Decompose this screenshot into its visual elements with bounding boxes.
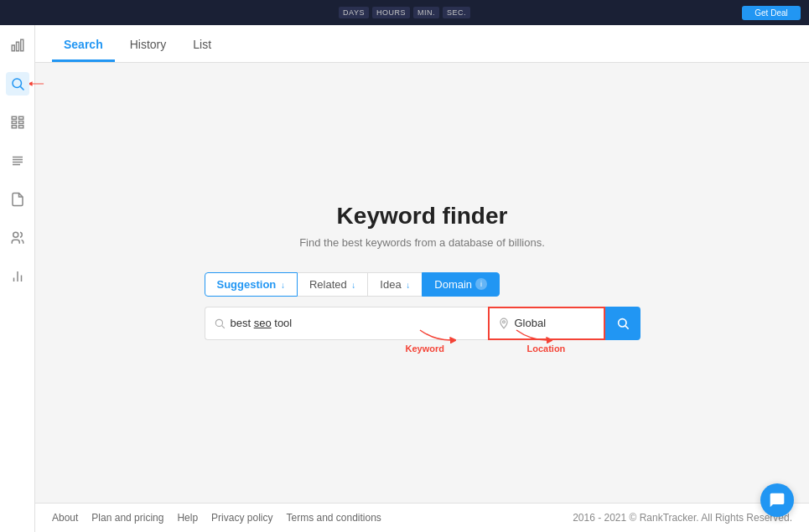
keyword-label: Keyword: [406, 343, 444, 354]
footer-link-terms[interactable]: Terms and conditions: [286, 512, 381, 524]
svg-rect-8: [12, 121, 16, 124]
tabs-area: Search History List: [35, 25, 809, 63]
svg-point-20: [215, 319, 222, 326]
svg-rect-11: [18, 126, 23, 128]
get-deal-button[interactable]: Get Deal: [742, 6, 801, 20]
filter-tab-suggestion[interactable]: Suggestion ↓: [205, 272, 298, 297]
svg-point-23: [618, 318, 625, 326]
search-magnifier-icon: [214, 318, 226, 329]
footer-link-help[interactable]: Help: [177, 512, 198, 524]
page-subtitle: Find the best keywords from a database o…: [299, 236, 545, 249]
svg-point-22: [502, 320, 505, 323]
timer-sec: SEC.: [443, 7, 470, 18]
timer-hours: HOURS: [372, 7, 410, 18]
keyword-arrow-icon: [418, 328, 456, 343]
main-layout: Search History List Keyword finder Find …: [0, 25, 809, 532]
svg-rect-0: [12, 45, 14, 51]
svg-rect-6: [12, 116, 16, 119]
timer-days: DAYS: [339, 7, 369, 18]
tab-list[interactable]: List: [181, 29, 223, 62]
location-arrow-icon: [515, 328, 552, 343]
search-labels: Keyword Location: [205, 343, 640, 364]
location-pin-icon: [498, 318, 510, 329]
domain-info-icon: i: [475, 278, 487, 290]
filter-tab-idea[interactable]: Idea ↓: [367, 272, 423, 297]
footer-link-privacy[interactable]: Privacy policy: [211, 512, 272, 524]
svg-point-3: [13, 79, 22, 88]
chat-button[interactable]: [760, 483, 794, 517]
svg-rect-9: [18, 121, 23, 124]
footer-copyright: 2016 - 2021 © RankTracker. All Rights Re…: [573, 512, 792, 524]
top-banner: DAYS HOURS MIN. SEC. Get Deal: [0, 0, 809, 25]
content-area: Search History List Keyword finder Find …: [35, 25, 809, 532]
svg-rect-2: [20, 39, 23, 51]
svg-rect-1: [16, 42, 18, 51]
filter-tabs: Suggestion ↓ Related ↓ Idea ↓ Domain i: [205, 272, 640, 297]
footer-links: About Plan and pricing Help Privacy poli…: [52, 512, 381, 524]
search-button[interactable]: [605, 307, 640, 340]
keyword-display: best seo tool: [231, 317, 293, 329]
search-button-icon: [616, 317, 630, 330]
main-content: Keyword finder Find the best keywords fr…: [35, 63, 809, 503]
footer-link-pricing[interactable]: Plan and pricing: [91, 512, 163, 524]
location-label: Location: [527, 343, 566, 354]
filter-tab-domain[interactable]: Domain i: [422, 272, 500, 297]
tab-search[interactable]: Search: [52, 29, 115, 62]
timer-min: MIN.: [413, 7, 439, 18]
sidebar-item-grid[interactable]: [6, 111, 29, 134]
svg-rect-10: [12, 126, 16, 128]
page-title: Keyword finder: [337, 203, 508, 230]
svg-line-4: [20, 86, 23, 90]
sidebar-item-analytics[interactable]: [6, 34, 29, 57]
filter-tab-related[interactable]: Related ↓: [297, 272, 368, 297]
sidebar-item-report[interactable]: [6, 265, 29, 288]
sidebar-item-document[interactable]: [6, 188, 29, 211]
sidebar: [0, 25, 35, 532]
svg-line-24: [625, 326, 629, 329]
svg-rect-7: [18, 116, 23, 119]
tab-history[interactable]: History: [118, 29, 179, 62]
sidebar-item-keyword-search[interactable]: [6, 72, 29, 96]
svg-line-21: [221, 325, 224, 328]
svg-point-16: [13, 232, 18, 237]
footer-link-about[interactable]: About: [52, 512, 78, 524]
footer: About Plan and pricing Help Privacy poli…: [35, 503, 809, 532]
sidebar-item-people[interactable]: [6, 226, 29, 250]
sidebar-item-list[interactable]: [6, 149, 29, 173]
